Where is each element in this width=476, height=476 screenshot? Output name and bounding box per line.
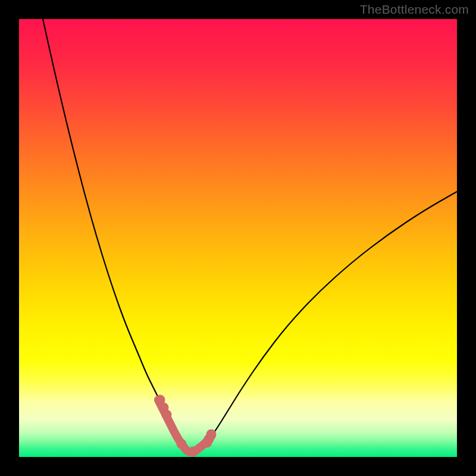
bottleneck-curve (19, 19, 457, 457)
highlight-dot (189, 447, 199, 457)
watermark-text: TheBottleneck.com (360, 2, 469, 17)
curve-right-branch (189, 192, 457, 453)
highlight-dot (177, 439, 187, 449)
curve-left-branch (43, 19, 189, 453)
plot-area (19, 19, 457, 457)
highlight-dot (162, 410, 172, 420)
highlight-dot (206, 430, 217, 440)
